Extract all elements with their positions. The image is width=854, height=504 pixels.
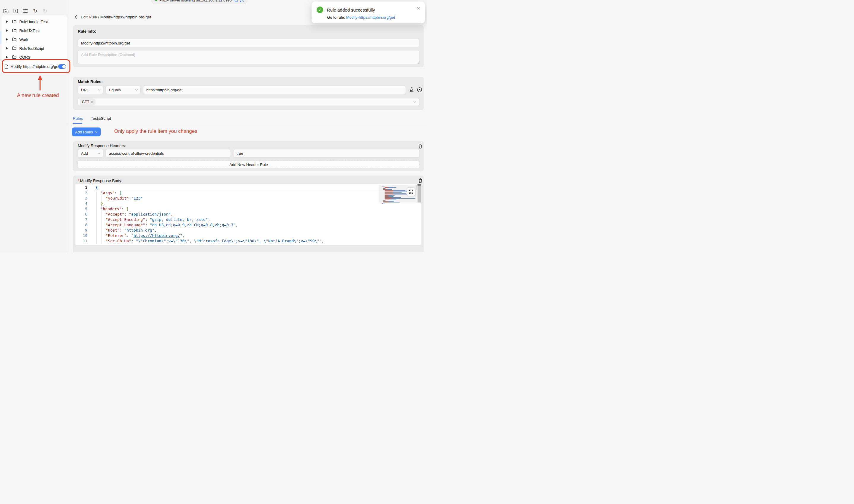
add-new-header-rule-button[interactable]: Add New Header Rule xyxy=(78,161,420,168)
redo-icon: ↻ xyxy=(42,8,48,14)
delete-body-icon[interactable] xyxy=(418,178,423,183)
back-chevron-icon[interactable] xyxy=(74,15,78,19)
qr-code-icon[interactable] xyxy=(240,0,244,2)
fullscreen-expand-icon[interactable] xyxy=(407,187,415,196)
minimap-line xyxy=(385,190,405,191)
tree-selection-indicator xyxy=(0,31,1,44)
chevron-down-icon xyxy=(95,131,98,133)
caret-right-icon[interactable] xyxy=(6,29,8,32)
delete-headers-icon[interactable] xyxy=(418,144,423,149)
toast-goto-line: Go to rule: Modify-https://httpbin.org/g… xyxy=(327,15,395,20)
header-value-input[interactable] xyxy=(233,149,420,158)
test-flask-icon[interactable] xyxy=(409,87,414,92)
rule-enable-toggle[interactable] xyxy=(58,64,66,69)
line-number: 3 xyxy=(75,196,87,201)
match-operator-select[interactable]: Equals xyxy=(106,86,141,94)
sidebar-folder-RuleUXTest[interactable]: RuleUXTest xyxy=(1,26,67,35)
annotation-arrow-icon xyxy=(37,75,43,91)
match-field-select[interactable]: URL xyxy=(78,86,103,94)
new-folder-icon[interactable] xyxy=(3,8,8,14)
match-url-input[interactable] xyxy=(143,86,406,94)
folder-icon xyxy=(12,20,17,24)
indent-guide xyxy=(97,190,97,244)
rule-item-label: Modify-https://httpbin.org/get xyxy=(11,64,59,69)
method-multiselect[interactable]: GET ✕ xyxy=(78,98,420,106)
rule-description-textarea[interactable] xyxy=(78,50,420,64)
add-rules-label: Add Rules xyxy=(75,130,93,134)
toast-close-icon[interactable]: ✕ xyxy=(417,6,420,11)
minimap-line xyxy=(382,203,385,203)
minimap-line xyxy=(383,200,385,201)
minimap-line xyxy=(385,197,401,198)
sidebar-rule-item[interactable]: Modify-https://httpbin.org/get xyxy=(1,61,67,72)
minimap-line xyxy=(385,191,409,191)
editor-scrollbar-thumb[interactable] xyxy=(418,185,421,202)
minimap-line xyxy=(385,198,415,199)
sidebar-folder-RuleHandlerTest[interactable]: RuleHandlerTest xyxy=(1,17,67,26)
current-line-highlight xyxy=(94,185,417,190)
folder-label: CORS xyxy=(19,55,31,59)
line-number: 8 xyxy=(75,222,87,228)
add-rules-button[interactable]: Add Rules xyxy=(72,127,101,137)
annotation-new-rule-text: A new rule created xyxy=(6,92,70,98)
header-action-select[interactable]: Add xyxy=(78,149,103,158)
editor-scrollbar[interactable] xyxy=(417,184,421,245)
minimap-line xyxy=(383,189,392,190)
method-tag-label: GET xyxy=(82,100,89,104)
header-name-input[interactable] xyxy=(106,149,231,158)
sidebar-folder-Work[interactable]: Work xyxy=(1,35,67,44)
tab-test-script[interactable]: Test&Script xyxy=(91,116,111,121)
caret-right-icon[interactable] xyxy=(6,38,8,41)
sidebar-toolbar: ↻ ↻ xyxy=(3,8,48,14)
folder-icon xyxy=(12,46,17,50)
folder-label: RuleUXTest xyxy=(19,29,40,33)
minimap-line xyxy=(382,203,383,204)
collapse-circle-icon[interactable] xyxy=(417,87,422,92)
status-dot xyxy=(155,0,157,1)
undo-icon[interactable]: ↻ xyxy=(32,8,38,14)
copy-icon[interactable] xyxy=(234,0,238,2)
minimap-line xyxy=(385,187,397,188)
minimap-line xyxy=(385,199,399,199)
line-number: 6 xyxy=(75,212,87,217)
line-number: 4 xyxy=(75,201,87,206)
proxy-status-text: Proxy server listening on:192.168.1.11:8… xyxy=(159,0,232,2)
caret-right-icon[interactable] xyxy=(6,20,8,23)
new-rule-icon[interactable] xyxy=(13,8,18,14)
toast-goto-prefix: Go to rule: xyxy=(327,15,346,20)
toast-title: Rule added successfully xyxy=(327,7,375,13)
minimap-line xyxy=(385,195,395,196)
app-root: ↻ ↻ RuleHandlerTestRuleUXTestWorkRuleTes… xyxy=(0,0,427,252)
rule-name-input[interactable] xyxy=(78,39,420,47)
caret-right-icon[interactable] xyxy=(6,47,8,50)
folder-icon xyxy=(12,37,17,41)
file-icon xyxy=(4,64,8,69)
folder-icon xyxy=(12,55,17,59)
annotation-apply-text: Only apply the rule item you changes xyxy=(114,128,197,134)
minimap-line xyxy=(385,199,397,200)
tab-rules[interactable]: Rules xyxy=(73,116,83,121)
header-action-value: Add xyxy=(81,151,88,156)
caret-right-icon[interactable] xyxy=(6,56,8,59)
minimap-line xyxy=(385,193,406,194)
list-icon[interactable] xyxy=(22,8,28,14)
line-number: 5 xyxy=(75,206,87,212)
toast-rule-link[interactable]: Modify-https://httpbin.org/get xyxy=(346,15,395,20)
match-operator-value: Equals xyxy=(109,88,121,92)
rule-info-panel: Rule Info: xyxy=(73,25,424,67)
match-rules-title: Match Rules: xyxy=(78,79,103,84)
resize-grip-icon[interactable] xyxy=(417,61,419,64)
folder-label: Work xyxy=(19,37,28,42)
minimap-line xyxy=(383,187,393,187)
method-tag: GET ✕ xyxy=(80,99,95,105)
sidebar-folder-CORS[interactable]: CORS xyxy=(1,53,67,62)
code-editor[interactable]: 1{2"args": {3"yourEdit":"123"4},5"header… xyxy=(75,184,421,245)
tag-remove-icon[interactable]: ✕ xyxy=(91,100,93,104)
minimap-line xyxy=(385,196,394,197)
line-number: 9 xyxy=(75,228,87,233)
match-rules-panel: Match Rules: URL Equals GET xyxy=(73,77,424,110)
sidebar-folder-RuleTestScript[interactable]: RuleTestScript xyxy=(1,44,67,53)
proxy-status-pill: Proxy server listening on:192.168.1.11:8… xyxy=(151,0,247,4)
folder-label: RuleHandlerTest xyxy=(19,20,48,24)
chevron-down-icon xyxy=(413,101,416,103)
